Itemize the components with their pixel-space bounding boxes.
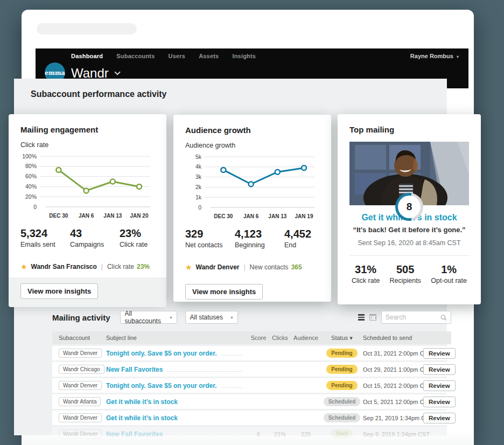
highlight-metric-value: 23%	[137, 263, 150, 270]
view-more-insights-button[interactable]: View more insights	[20, 283, 98, 299]
svg-text:JAN 20: JAN 20	[130, 213, 149, 219]
stat-value: 43	[70, 227, 116, 240]
subaccount-cell: Wandr Atlanta	[59, 397, 106, 406]
nav-item-dashboard[interactable]: Dashboard	[71, 53, 103, 59]
column-header-score: Score	[248, 335, 269, 341]
nav-item-subaccounts[interactable]: Subaccounts	[116, 53, 155, 59]
top-subaccount-highlight: ★ Wandr Denver | New contacts 365	[185, 263, 319, 272]
subaccount-tag: Wandr Denver	[59, 413, 102, 422]
status-cell: Scheduled	[321, 413, 363, 422]
stat-value: 4,452	[284, 228, 331, 240]
browser-urlbar-placeholder	[37, 23, 137, 34]
action-cell: Review	[423, 399, 451, 405]
card-stats: 329Net contacts4,123Beginning4,452End	[185, 228, 319, 249]
subject-link[interactable]: Get it while it’s in stock	[106, 398, 178, 406]
filter-value: All statuses	[190, 314, 223, 321]
svg-text:JAN 6: JAN 6	[243, 213, 259, 219]
subaccount-tag: Wandr Denver	[59, 429, 102, 439]
marketing-canvas: DashboardSubaccountsUsersAssetsInsights …	[0, 0, 504, 445]
account-menu[interactable]: Rayne Rombus ▾	[410, 53, 459, 59]
subject-cell: New Fall Favorites	[106, 366, 248, 373]
chevron-down-icon: ▾	[231, 315, 233, 320]
stat: 4,452End	[284, 228, 331, 249]
nav-item-users[interactable]: Users	[169, 53, 186, 59]
svg-text:4k: 4k	[195, 163, 202, 170]
star-icon: ★	[185, 263, 192, 272]
subaccount-cell: Wandr Denver	[59, 413, 106, 422]
stat: 1%Opt-out rate	[431, 263, 467, 284]
stat: 505Recipients	[390, 263, 421, 284]
view-more-insights-button[interactable]: View more insights	[185, 284, 263, 300]
clicks-cell: 21%	[269, 431, 291, 437]
section-title: Mailing activity	[52, 313, 110, 322]
dotted-leader	[221, 387, 242, 388]
list-view-icon[interactable]	[358, 314, 365, 321]
review-button[interactable]: Review	[423, 348, 456, 359]
action-cell: Review	[423, 383, 451, 389]
status-badge: Scheduled	[324, 397, 361, 406]
svg-text:60%: 60%	[25, 173, 37, 179]
stat: 31%Click rate	[352, 263, 380, 284]
mailing-activity-section: Mailing activity All subaccounts ▾ All s…	[52, 310, 451, 441]
subject-link[interactable]: New Fall Favorites	[106, 430, 163, 438]
audience-cell: 225	[291, 431, 321, 437]
highlight-metric-value: 365	[291, 263, 302, 271]
svg-text:80%: 80%	[25, 163, 37, 169]
highlight-metric-label: Click rate	[107, 263, 134, 270]
table-row: Wandr ChicagoNew Fall FavoritesPendingOc…	[52, 362, 451, 377]
separator: |	[101, 263, 103, 270]
review-button[interactable]: Review	[423, 413, 456, 423]
subaccount-cell: Wandr Denver	[59, 349, 106, 358]
mailing-engagement-card: Mailing engagement Click rate 100%80%60%…	[9, 114, 166, 301]
statuses-filter-select[interactable]: All statuses ▾	[185, 311, 238, 324]
emma-logo-text: emma	[45, 69, 65, 77]
star-icon: ★	[20, 262, 27, 271]
subject-cell: Get it while it’s in stock	[106, 414, 248, 422]
status-badge: Scheduled	[324, 413, 361, 422]
subaccount-cell: Wandr Denver	[59, 381, 106, 390]
stat: 43Campaigns	[70, 227, 116, 248]
mailing-activity-toolbar: Mailing activity All subaccounts ▾ All s…	[52, 310, 451, 324]
nav-item-insights[interactable]: Insights	[232, 53, 256, 59]
table-body: Wandr DenverTonight only. Save $5 on you…	[52, 346, 451, 441]
stat-value: 1%	[431, 263, 467, 276]
svg-text:1k: 1k	[195, 194, 202, 200]
highlight-metric-label: New contacts	[250, 263, 289, 271]
nav-item-assets[interactable]: Assets	[199, 53, 219, 59]
svg-text:5k: 5k	[195, 154, 202, 160]
status-badge: Pending	[326, 381, 357, 390]
top-subaccount-highlight: ★ Wandr San Francisco | Click rate 23%	[20, 262, 155, 271]
table-row: Wandr DenverTonight only. Save $5 on you…	[52, 346, 451, 360]
scheduled-cell: Sep 9, 2019 1:34pm CST	[363, 431, 423, 437]
svg-text:0: 0	[198, 204, 201, 211]
card-stats: 5,324Emails sent43Campaigns23%Click rate	[20, 227, 155, 248]
card-title: Top mailing	[349, 125, 469, 134]
chart-label: Click rate	[20, 141, 155, 149]
click-rate-chart: 100%80%60%40%20%0DEC 30JAN 6JAN 13JAN 20	[20, 152, 155, 223]
review-button[interactable]: Review	[423, 397, 456, 407]
subject-link[interactable]: New Fall Favorites	[106, 366, 163, 373]
subject-link[interactable]: Tonight only. Save $5 on your order.	[106, 350, 217, 357]
column-header-audience: Audience	[291, 335, 321, 341]
review-button[interactable]: Review	[423, 380, 456, 391]
subject-link[interactable]: Tonight only. Save $5 on your order.	[106, 382, 217, 390]
scheduled-cell: Oct 15, 2021 2:00pm CST	[363, 383, 423, 389]
top-mailing-quote: “It’s back! Get it before it’s gone.”	[349, 226, 469, 234]
status-cell: Pending	[321, 381, 363, 390]
svg-text:100%: 100%	[22, 153, 37, 159]
chart-label: Audience growth	[185, 142, 319, 149]
scheduled-cell: Oct 31, 2021 2:00pm CST	[363, 350, 423, 357]
column-header-status[interactable]: Status ▾	[321, 335, 363, 342]
column-header-scheduled-to-send: Scheduled to send	[363, 335, 423, 341]
top-mailing-sent-date: Sent Sep 16, 2020 at 8:45am CST	[349, 239, 469, 247]
scheduled-cell: Oct 29, 2021 1:00pm CST	[363, 366, 423, 373]
subject-cell: Get it while it’s in stock	[106, 398, 248, 406]
subaccount-cell: Wandr Denver	[59, 429, 106, 439]
calendar-view-icon[interactable]	[369, 314, 376, 321]
subject-link[interactable]: Get it while it’s in stock	[106, 414, 178, 422]
review-button[interactable]: Review	[423, 364, 456, 375]
subaccounts-filter-select[interactable]: All subaccounts ▾	[120, 311, 177, 324]
mailing-score-donut: 8	[395, 193, 423, 221]
audience-growth-card: Audience growth Audience growth 5k4k3k2k…	[173, 115, 331, 302]
search-input[interactable]	[386, 314, 440, 321]
